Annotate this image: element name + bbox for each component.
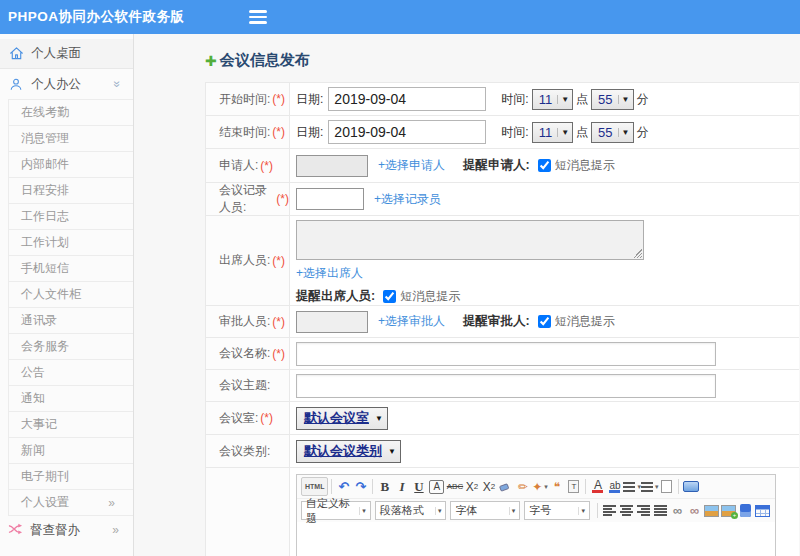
attendees-textarea[interactable] <box>296 220 644 260</box>
applicant-input[interactable] <box>296 155 368 177</box>
end-hour-select[interactable]: 11▼ <box>532 122 573 143</box>
align-right-icon[interactable] <box>635 501 652 520</box>
approver-sms-checkbox[interactable] <box>538 315 551 328</box>
remove-link-icon[interactable]: ∞ <box>686 501 703 520</box>
start-time-label: 开始时间: <box>219 91 270 108</box>
sidebar-item-personal-settings[interactable]: 个人设置 » <box>9 490 133 516</box>
end-date-input[interactable] <box>328 120 486 144</box>
sidebar-submenu-item[interactable]: 公告 <box>9 360 133 386</box>
redo-icon[interactable]: ↷ <box>352 477 369 496</box>
sidebar-submenu-item[interactable]: 电子期刊 <box>9 464 133 490</box>
sidebar-submenu-item[interactable]: 新闻 <box>9 438 133 464</box>
superscript-button[interactable]: X2 <box>463 477 480 496</box>
bold-button[interactable]: B <box>376 477 393 496</box>
font-family-select[interactable]: 字体▾ <box>450 501 520 520</box>
ordered-list-button[interactable]: ▾ <box>623 477 641 496</box>
html-source-button[interactable]: HTML <box>301 477 328 496</box>
start-hour-select[interactable]: 11▼ <box>532 89 573 110</box>
sidebar-submenu-item[interactable]: 工作计划 <box>9 230 133 256</box>
eraser-icon[interactable] <box>497 477 514 496</box>
end-minute-select[interactable]: 55▼ <box>591 122 633 143</box>
sidebar-submenu-item[interactable]: 会务服务 <box>9 334 133 360</box>
sidebar-submenu-item[interactable]: 消息管理 <box>9 126 133 152</box>
sidebar-item-personal-office[interactable]: 个人办公 » <box>0 69 133 99</box>
select-attendees-link[interactable]: +选择出席人 <box>296 266 363 280</box>
sidebar-submenu-item[interactable]: 手机短信 <box>9 256 133 282</box>
select-applicant-link[interactable]: +选择申请人 <box>378 157 445 174</box>
recorder-row: 会议记录人员:(*) +选择记录员 <box>206 183 799 216</box>
start-date-input[interactable] <box>328 87 486 111</box>
sidebar-submenu-item[interactable]: 个人文件柜 <box>9 282 133 308</box>
paragraph-format-select[interactable]: 段落格式▾ <box>375 501 447 520</box>
strikethrough-button[interactable]: ABC <box>446 477 463 496</box>
italic-button[interactable]: I <box>393 477 410 496</box>
remind-applicant-label: 提醒申请人: <box>463 157 530 174</box>
paste-as-text-icon[interactable]: T <box>565 477 582 496</box>
required-mark: (*) <box>272 125 285 139</box>
sidebar-item-personal-desktop[interactable]: 个人桌面 <box>0 39 133 69</box>
start-minute-select[interactable]: 55▼ <box>591 89 633 110</box>
end-time-label: 结束时间: <box>219 124 270 141</box>
subscript-button[interactable]: X2 <box>480 477 497 496</box>
format-brush-icon[interactable]: ✏ <box>514 477 531 496</box>
chevron-down-icon: » <box>111 81 125 88</box>
highlight-glyph: ab <box>609 481 620 490</box>
sidebar-submenu-item[interactable]: 日程安排 <box>9 178 133 204</box>
start-time-row: 开始时间:(*) 日期: 时间: 11▼ 点 55▼ 分 <box>206 83 799 116</box>
select-arrow-icon: ▼ <box>618 95 630 104</box>
sidebar-submenu-item[interactable]: 工作日志 <box>9 204 133 230</box>
insert-media-icon[interactable] <box>737 501 754 520</box>
font-color-button[interactable]: A <box>589 477 606 496</box>
align-center-icon[interactable] <box>618 501 635 520</box>
app-title: PHPOA协同办公软件政务版 <box>0 8 185 26</box>
highlight-color-button[interactable]: ab <box>606 477 623 496</box>
custom-heading-select[interactable]: 自定义标题▾ <box>301 501 371 520</box>
underline-button[interactable]: U <box>410 477 427 496</box>
blockquote-icon[interactable]: ❝ <box>548 477 565 496</box>
undo-icon[interactable]: ↶ <box>335 477 352 496</box>
sidebar-submenu: 在线考勤 消息管理 内部邮件 日程安排 工作日志 <box>8 99 133 490</box>
sidebar-submenu-item-label: 工作日志 <box>21 208 115 225</box>
shuffle-icon <box>8 523 24 537</box>
paste-glyph: T <box>568 480 579 493</box>
paragraph-format-value: 段落格式 <box>380 503 431 518</box>
sidebar-item-supervision[interactable]: 督查督办 » <box>0 516 133 544</box>
sidebar-submenu-item[interactable]: 大事记 <box>9 412 133 438</box>
sidebar-submenu-item[interactable]: 内部邮件 <box>9 152 133 178</box>
new-page-icon[interactable] <box>658 477 675 496</box>
sidebar-submenu-item[interactable]: 通讯录 <box>9 308 133 334</box>
upload-image-icon[interactable]: + <box>720 501 737 520</box>
sidebar-submenu-item[interactable]: 通知 <box>9 386 133 412</box>
required-mark: (*) <box>272 315 285 329</box>
attendees-sms-checkbox[interactable] <box>383 290 396 303</box>
recorder-input[interactable] <box>296 188 364 210</box>
font-style-button[interactable]: A <box>429 480 444 494</box>
select-recorder-link[interactable]: +选择记录员 <box>374 191 441 208</box>
hamburger-menu-icon[interactable] <box>249 10 267 24</box>
insert-table-icon[interactable] <box>754 501 771 520</box>
approver-input[interactable] <box>296 311 368 333</box>
sidebar-submenu-item[interactable]: 在线考勤 <box>9 100 133 126</box>
select-approver-link[interactable]: +选择审批人 <box>378 313 445 330</box>
time-label: 时间: <box>501 91 528 108</box>
attendees-row: 出席人员:(*) +选择出席人 提醒出席人员: 短消息提示 <box>206 216 799 306</box>
meeting-room-select[interactable]: 默认会议室▼ <box>296 407 388 430</box>
sms-hint-label: 短消息提示 <box>400 288 460 305</box>
meeting-topic-input[interactable] <box>296 374 716 398</box>
meeting-name-input[interactable] <box>296 342 716 366</box>
quick-format-icon[interactable]: ✦▾ <box>531 477 548 496</box>
resize-handle[interactable] <box>633 249 642 258</box>
font-size-value: 字号 <box>529 503 574 518</box>
custom-heading-value: 自定义标题 <box>306 496 355 526</box>
insert-link-icon[interactable]: ∞ <box>669 501 686 520</box>
editor-content-area[interactable] <box>297 522 775 556</box>
font-size-select[interactable]: 字号▾ <box>524 501 590 520</box>
top-bar: PHPOA协同办公软件政务版 <box>0 0 800 34</box>
align-left-icon[interactable] <box>601 501 618 520</box>
align-justify-icon[interactable] <box>652 501 669 520</box>
applicant-sms-checkbox[interactable] <box>538 159 551 172</box>
insert-image-icon[interactable] <box>703 501 720 520</box>
meeting-category-select[interactable]: 默认会议类别▼ <box>296 440 401 463</box>
fullscreen-icon[interactable] <box>682 477 699 496</box>
unordered-list-button[interactable]: ▾ <box>641 477 659 496</box>
